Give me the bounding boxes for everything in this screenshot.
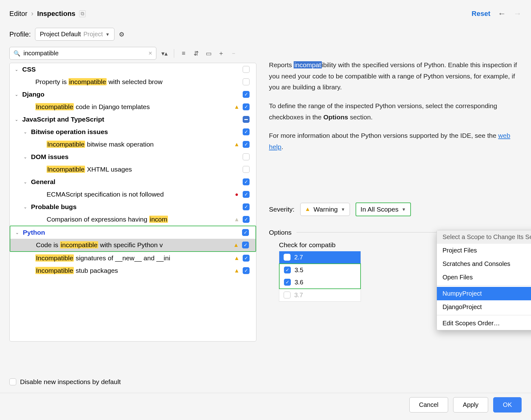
chevron-down-icon[interactable]: ⌄ [15,117,22,122]
compat-label: 3.5 [295,267,303,274]
checkbox[interactable] [243,191,250,198]
scope-item-open-files[interactable]: Open Files [437,271,531,284]
tree-group-python[interactable]: ⌄ Python [10,226,255,239]
search-input-wrapper[interactable]: 🔍 ✕ [9,47,156,60]
divider [437,285,531,286]
checkbox[interactable] [243,178,250,185]
apply-button[interactable]: Apply [453,397,488,412]
tree-group-css[interactable]: ⌄ CSS [10,63,256,76]
compat-list[interactable]: 2.7 3.5 3.6 3.7 [279,251,361,302]
forward-arrow-icon: → [513,9,522,18]
checkbox[interactable] [284,267,291,273]
tree-item-css-property[interactable]: Property is incompatible with selected b… [10,76,256,88]
chevron-down-icon[interactable]: ⌄ [15,67,22,72]
gear-icon[interactable]: ⚙ [119,31,124,38]
tree-group-jsts[interactable]: ⌄ JavaScript and TypeScript [10,113,256,126]
chevron-down-icon[interactable]: ⌄ [23,179,31,184]
checkbox[interactable] [243,78,250,85]
compat-row-37[interactable]: 3.7 [279,289,361,302]
checkbox[interactable] [284,279,291,286]
chevron-down-icon[interactable]: ⌄ [23,129,31,134]
tree-item-comparison[interactable]: Comparison of expressions having incom ▲ [10,213,256,226]
toggle-icon[interactable]: ▭ [204,49,213,58]
checkbox[interactable] [243,216,250,223]
severity-select[interactable]: ▲ Warning ▼ [300,203,350,216]
checkbox[interactable] [9,378,16,385]
tree-group-bitwise[interactable]: ⌄ Bitwise operation issues [10,126,256,138]
clear-search-icon[interactable]: ✕ [148,50,152,56]
disable-new-row[interactable]: Disable new inspections by default [9,378,121,386]
tree-item-xhtml[interactable]: Incompatible XHTML usages [10,163,256,176]
tree-item-python-version[interactable]: Code is incompatible with specific Pytho… [10,239,255,251]
checkbox[interactable] [243,153,250,160]
tree-item-django-templates[interactable]: Incompatible code in Django templates ▲ [10,101,256,113]
tree-label: Bitwise operation issues [31,128,229,136]
breadcrumb-parent[interactable]: Editor [9,10,27,18]
scope-item-project-files[interactable]: Project Files [437,244,531,257]
chevron-down-icon[interactable]: ⌄ [15,92,22,97]
chevron-down-icon[interactable]: ⌄ [23,204,31,209]
breadcrumb-current: Inspections [37,10,75,18]
ok-button[interactable]: OK [493,397,522,412]
severity-row: Severity: ▲ Warning ▼ In All Scopes ▼ [269,202,522,216]
search-icon: 🔍 [13,50,20,57]
tree-item-python-stubs[interactable]: Incompatible stub packages ▲ [10,264,256,277]
scope-select[interactable]: In All Scopes ▼ [356,202,411,216]
filter-icon[interactable]: ▾▴ [160,49,169,58]
checkbox[interactable] [243,128,250,135]
scope-item-scratches[interactable]: Scratches and Consoles [437,257,531,271]
tree-item-ecmascript[interactable]: ECMAScript specification is not followed… [10,188,256,201]
tree-toolbar: 🔍 ✕ ▾▴ ≡ ⇵ ▭ ＋ － [9,47,256,60]
checkbox[interactable] [243,103,250,110]
checkbox-indeterminate[interactable] [243,116,250,123]
collapse-all-icon[interactable]: ⇵ [192,49,200,58]
compat-row-35[interactable]: 3.5 [279,263,361,276]
checkbox[interactable] [243,267,250,274]
tree-label: Property is incompatible with selected b… [35,78,229,86]
checkbox[interactable] [243,66,250,73]
compat-row-36[interactable]: 3.6 [279,276,361,289]
scope-value: In All Scopes [361,206,398,213]
checkbox[interactable] [284,254,291,261]
tree-item-bitwise-mask[interactable]: Incompatible bitwise mask operation ▲ [10,138,256,151]
warning-icon: ▲ [233,242,239,248]
options-title: Options [269,229,291,236]
cancel-button[interactable]: Cancel [409,397,448,412]
expand-all-icon[interactable]: ≡ [179,49,188,58]
tree-group-general[interactable]: ⌄ General [10,176,256,188]
remove-icon[interactable]: － [229,49,238,58]
checkbox[interactable] [243,203,250,210]
chevron-down-icon[interactable]: ⌄ [15,230,23,235]
add-icon[interactable]: ＋ [217,49,225,58]
profile-row: Profile: Project Default Project ▼ ⚙ [0,25,531,47]
tree-group-django[interactable]: ⌄ Django [10,88,256,101]
toolbar-sep [174,49,174,58]
checkbox[interactable] [243,166,250,173]
checkbox[interactable] [243,141,250,148]
checkbox[interactable] [242,242,249,248]
inspections-tree[interactable]: ⌄ CSS Property is incompatible with sele… [9,63,256,342]
checkbox[interactable] [284,292,291,298]
chevron-down-icon[interactable]: ⌄ [23,154,31,159]
tree-group-probable[interactable]: ⌄ Probable bugs [10,201,256,213]
reset-button[interactable]: Reset [472,10,490,18]
compat-label: 3.6 [295,279,303,286]
tree-item-python-signatures[interactable]: Incompatible signatures of __new__ and _… [10,252,256,264]
scope-item-numpy[interactable]: NumpyProject [437,287,531,300]
search-input[interactable] [23,50,145,57]
scope-edit-order[interactable]: Edit Scopes Order… [437,317,531,330]
checkbox[interactable] [242,229,249,236]
back-arrow-icon[interactable]: ← [498,9,506,18]
checkbox[interactable] [243,91,250,98]
copy-icon[interactable]: ⧉ [79,10,86,17]
tree-group-dom[interactable]: ⌄ DOM issues [10,151,256,163]
scope-item-django[interactable]: DjangoProject [437,300,531,314]
tree-label: Incompatible stub packages [35,267,229,274]
tree-label: Python [23,229,228,236]
compat-row-27[interactable]: 2.7 [279,251,361,263]
scope-popup[interactable]: Select a Scope to Change Its Settings Pr… [437,230,531,330]
chevron-down-icon: ▼ [402,207,406,212]
profile-select[interactable]: Project Default Project ▼ [35,28,114,41]
checkbox[interactable] [243,255,250,262]
inspection-description: Reports incompatibility with the specifi… [269,47,522,152]
